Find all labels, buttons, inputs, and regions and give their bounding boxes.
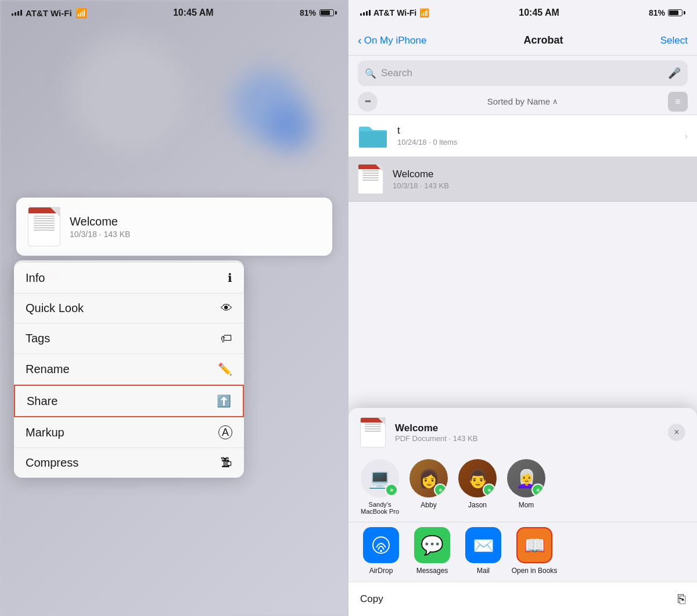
chevron-right-icon: › [685,131,688,141]
search-bar[interactable]: 🔍 Search 🎤 [358,60,688,86]
file-card-meta: 10/3/18 · 143 KB [70,230,130,239]
app-messages[interactable]: 💬 Messages [409,527,455,575]
bg-decoration-1 [70,35,186,151]
avatar-sandy: 💻 ⊕ [361,459,399,497]
left-panel: AT&T Wi-Fi 📶 10:45 AM 81% [0,0,348,616]
share-doc-icon [360,417,386,447]
copy-icon: ⎘ [678,592,685,607]
menu-item-info[interactable]: Info ℹ [14,263,244,293]
airdrop-badge-mom: ⊕ [531,484,544,496]
person-mom-name: Mom [519,501,534,509]
svg-point-1 [380,550,382,552]
avatar-jason: 👨 ⊕ [458,459,497,497]
avatar-abby: 👩 ⊕ [409,459,448,497]
menu-item-compress[interactable]: Compress 🗜 [14,448,244,478]
person-sandy[interactable]: 💻 ⊕ Sandy'sMacBook Pro [358,459,402,515]
file-card-icon [28,207,60,246]
search-icon: 🔍 [365,68,376,79]
share-doc-meta: PDF Document · 143 KB [395,434,477,443]
menu-info-label: Info [26,271,45,285]
person-abby[interactable]: 👩 ⊕ Abby [407,459,451,515]
file-card: Welcome 10/3/18 · 143 KB [16,198,332,256]
app-mail[interactable]: ✉️ Mail [460,527,506,575]
menu-item-quicklook[interactable]: Quick Look 👁 [14,293,244,324]
menu-item-rename[interactable]: Rename ✏️ [14,354,244,385]
copy-row[interactable]: Copy ⎘ [348,582,697,616]
airdrop-badge-sandy: ⊕ [385,484,398,496]
messages-label: Messages [416,567,448,575]
person-jason-name: Jason [468,501,487,509]
sort-label: Sorted by Name [487,96,550,106]
nav-back-button[interactable]: ‹ On My iPhone [358,34,426,47]
menu-item-tags[interactable]: Tags 🏷 [14,324,244,354]
share-sheet: Welcome PDF Document · 143 KB × 💻 ⊕ Sand… [348,408,697,616]
tag-icon: 🏷 [221,332,232,345]
menu-rename-label: Rename [26,363,70,376]
menu-item-share[interactable]: Share ⬆️ [14,385,244,417]
compress-icon: 🗜 [221,456,232,470]
right-status-left: AT&T Wi-Fi 📶 [360,8,429,17]
menu-compress-label: Compress [26,456,78,470]
welcome-pdf-name: Welcome [393,169,449,180]
file-list-item-folder[interactable]: t 10/24/18 · 0 items › [348,115,697,157]
share-close-button[interactable]: × [668,424,685,441]
right-status-right: 81% [649,8,685,17]
share-doc-info: Welcome PDF Document · 143 KB [395,422,477,443]
sort-grid-button[interactable]: ≡ [668,92,688,112]
right-battery-icon [668,9,685,16]
people-row: 💻 ⊕ Sandy'sMacBook Pro 👩 ⊕ Abby [348,452,697,522]
folder-name: t [397,125,457,137]
close-icon: × [674,427,679,438]
left-time: 10:45 AM [173,8,214,18]
sort-text[interactable]: Sorted by Name ∧ [487,96,558,106]
search-bar-container: 🔍 Search 🎤 [348,56,697,91]
right-battery-pct: 81% [649,8,665,17]
person-abby-name: Abby [421,501,436,509]
menu-share-label: Share [27,395,58,408]
books-icon: 📖 [516,527,552,563]
nav-title: Acrobat [524,34,563,46]
share-icon: ⬆️ [217,394,231,408]
context-menu: Info ℹ Quick Look 👁 Tags 🏷 Rename ✏️ Sha… [14,263,244,478]
person-mom[interactable]: 👩‍🦳 ⊕ Mom [504,459,548,515]
apps-row: AirDrop 💬 Messages ✉️ Mail 📖 [348,522,697,582]
avatar-mom: 👩‍🦳 ⊕ [507,459,545,497]
mic-icon[interactable]: 🎤 [668,67,681,80]
nav-back-label[interactable]: On My iPhone [364,35,427,46]
file-card-info: Welcome 10/3/18 · 143 KB [70,215,130,239]
mail-icon: ✉️ [465,527,501,563]
app-open-in-books[interactable]: 📖 Open in Books [511,527,558,575]
file-list-item-welcome[interactable]: Welcome 10/3/18 · 143 KB [348,157,697,202]
copy-label: Copy [360,593,383,605]
search-input[interactable]: Search [381,67,663,79]
sort-bar: ••• Sorted by Name ∧ ≡ [348,88,697,115]
battery-icon [319,9,337,16]
airdrop-badge-abby: ⊕ [434,484,447,496]
file-list: t 10/24/18 · 0 items › Welcome 10/3/18 ·… [348,115,697,202]
right-signal-icon [360,10,371,16]
messages-icon: 💬 [414,527,450,563]
chevron-left-icon: ‹ [358,34,362,47]
sort-arrow-icon: ∧ [552,97,558,106]
file-card-name: Welcome [70,215,130,228]
right-status-bar: AT&T Wi-Fi 📶 10:45 AM 81% [348,0,697,26]
airdrop-badge-jason: ⊕ [483,484,495,496]
share-header: Welcome PDF Document · 143 KB × [348,408,697,452]
menu-quicklook-label: Quick Look [26,302,84,315]
menu-item-markup[interactable]: Markup A [14,417,244,448]
left-status-icons: 81% [300,8,337,17]
welcome-pdf-meta: 10/3/18 · 143 KB [393,181,449,190]
app-airdrop[interactable]: AirDrop [358,527,404,575]
sort-more-button[interactable]: ••• [358,92,378,112]
bg-decoration-3 [267,105,314,151]
left-carrier: AT&T Wi-Fi [26,8,72,18]
left-carrier-time: AT&T Wi-Fi 📶 [12,8,87,19]
left-battery-pct: 81% [300,8,316,17]
nav-select-button[interactable]: Select [660,35,688,46]
mail-label: Mail [477,567,490,575]
person-jason[interactable]: 👨 ⊕ Jason [455,459,500,515]
person-sandy-name: Sandy'sMacBook Pro [361,501,399,515]
nav-bar: ‹ On My iPhone Acrobat Select [348,26,697,56]
right-panel: AT&T Wi-Fi 📶 10:45 AM 81% ‹ On My iPhone… [348,0,697,616]
welcome-pdf-info: Welcome 10/3/18 · 143 KB [393,169,449,190]
